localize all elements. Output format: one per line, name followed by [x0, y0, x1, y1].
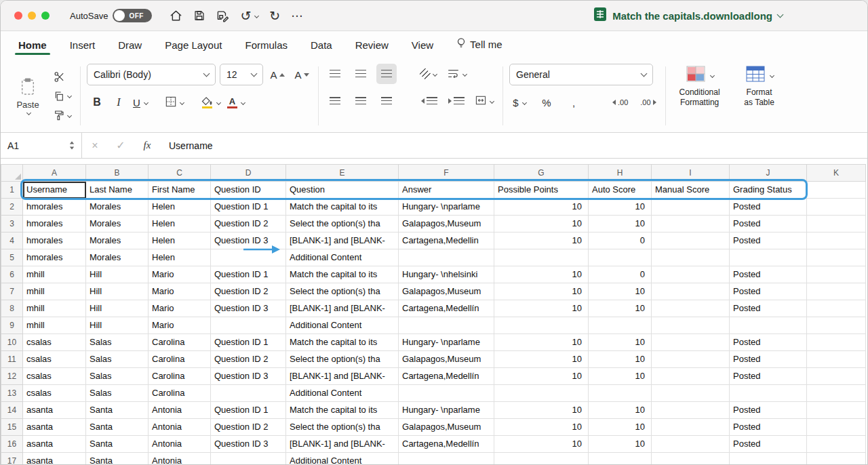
cell-A10[interactable]: csalas — [23, 334, 86, 351]
autosave-toggle[interactable]: OFF — [113, 9, 152, 22]
cell-D16[interactable]: Question ID 3 — [211, 436, 286, 453]
cell-B12[interactable]: Salas — [86, 368, 149, 385]
cell-H1[interactable]: Auto Score — [589, 182, 652, 199]
row-header-14[interactable]: 14 — [1, 402, 23, 419]
bottom-align-button[interactable] — [376, 64, 397, 84]
cell-A8[interactable]: mhill — [23, 300, 86, 317]
cell-E11[interactable]: Select the option(s) tha — [286, 351, 399, 368]
tab-insert[interactable]: Insert — [70, 39, 96, 58]
cell-D7[interactable]: Question ID 2 — [211, 283, 286, 300]
column-header-B[interactable]: B — [86, 165, 149, 182]
cell-B15[interactable]: Santa — [86, 419, 149, 436]
cell-E4[interactable]: [BLANK-1] and [BLANK- — [286, 232, 399, 249]
tab-view[interactable]: View — [412, 39, 433, 58]
cell-E7[interactable]: Select the option(s) tha — [286, 283, 399, 300]
decrease-indent-button[interactable] — [418, 91, 440, 111]
cell-B3[interactable]: Morales — [86, 216, 149, 232]
cell-I1[interactable]: Manual Score — [652, 182, 730, 199]
cell-B14[interactable]: Santa — [86, 402, 149, 419]
cell-A14[interactable]: asanta — [23, 402, 86, 419]
zoom-window-button[interactable] — [41, 12, 50, 20]
cell-K11[interactable] — [807, 351, 866, 368]
cell-I15[interactable] — [652, 419, 730, 436]
tab-review[interactable]: Review — [355, 39, 389, 58]
cell-H8[interactable]: 10 — [589, 300, 652, 317]
cell-E3[interactable]: Select the option(s) tha — [286, 216, 399, 232]
cell-A5[interactable]: hmorales — [23, 249, 86, 266]
cell-I12[interactable] — [652, 368, 730, 385]
conditional-formatting-button[interactable]: Conditional Formatting — [672, 64, 728, 128]
paste-button[interactable]: Paste — [9, 64, 47, 128]
cell-I13[interactable] — [652, 385, 730, 402]
cell-H6[interactable]: 0 — [589, 266, 652, 283]
cell-C3[interactable]: Helen — [149, 216, 211, 232]
cell-B2[interactable]: Morales — [86, 199, 149, 216]
cell-D13[interactable] — [211, 385, 286, 402]
increase-font-size-button[interactable]: A — [267, 64, 288, 85]
row-header-9[interactable]: 9 — [1, 317, 23, 334]
cell-K9[interactable] — [807, 317, 866, 334]
cell-A4[interactable]: hmorales — [23, 232, 86, 249]
cell-I3[interactable] — [652, 216, 730, 232]
cell-D15[interactable]: Question ID 2 — [211, 419, 286, 436]
cell-G4[interactable]: 10 — [494, 232, 589, 249]
borders-button[interactable] — [163, 92, 186, 113]
orientation-button[interactable] — [418, 64, 439, 84]
cell-G1[interactable]: Possible Points — [494, 182, 589, 199]
close-window-button[interactable] — [14, 12, 22, 20]
cell-G3[interactable]: 10 — [494, 216, 589, 232]
cell-J9[interactable] — [730, 317, 807, 334]
cell-C15[interactable]: Antonia — [149, 419, 211, 436]
redo-button[interactable]: ↻ — [269, 9, 280, 22]
cell-C1[interactable]: First Name — [149, 182, 211, 199]
cell-I9[interactable] — [652, 317, 730, 334]
cell-C13[interactable]: Carolina — [149, 385, 211, 402]
column-header-F[interactable]: F — [399, 165, 494, 182]
autosave-control[interactable]: AutoSave OFF — [70, 9, 152, 22]
save-as-icon[interactable] — [216, 9, 229, 22]
tab-tell-me[interactable]: Tell me — [456, 37, 502, 58]
top-align-button[interactable] — [325, 64, 345, 84]
cell-E1[interactable]: Question — [286, 182, 399, 199]
cell-C5[interactable]: Helen — [149, 249, 211, 266]
cell-I10[interactable] — [652, 334, 730, 351]
cell-I8[interactable] — [652, 300, 730, 317]
bold-button[interactable]: B — [87, 92, 107, 113]
align-right-button[interactable] — [376, 91, 397, 111]
cell-J6[interactable]: Posted — [730, 266, 807, 283]
cell-E12[interactable]: [BLANK-1] and [BLANK- — [286, 368, 399, 385]
cell-F17[interactable] — [399, 453, 494, 465]
cell-B4[interactable]: Morales — [86, 232, 149, 249]
cell-J15[interactable]: Posted — [730, 419, 807, 436]
cell-J2[interactable]: Posted — [730, 199, 807, 216]
cell-G12[interactable]: 10 — [494, 368, 589, 385]
cell-H15[interactable]: 10 — [589, 419, 652, 436]
cell-H14[interactable]: 10 — [589, 402, 652, 419]
cell-B1[interactable]: Last Name — [86, 182, 149, 199]
cell-J4[interactable]: Posted — [730, 232, 807, 249]
cell-D1[interactable]: Question ID — [211, 182, 286, 199]
cell-I16[interactable] — [652, 436, 730, 453]
cell-J13[interactable] — [730, 385, 807, 402]
cell-I7[interactable] — [652, 283, 730, 300]
cell-B8[interactable]: Hill — [86, 300, 149, 317]
tab-data[interactable]: Data — [311, 39, 332, 58]
formula-input[interactable]: Username — [161, 133, 867, 158]
cell-E15[interactable]: Select the option(s) tha — [286, 419, 399, 436]
font-size-select[interactable]: 12 — [220, 64, 263, 85]
cell-H12[interactable]: 10 — [589, 368, 652, 385]
cell-A17[interactable]: asanta — [23, 453, 86, 465]
cell-K16[interactable] — [807, 436, 866, 453]
cell-K13[interactable] — [807, 385, 866, 402]
cell-E9[interactable]: Additional Content — [286, 317, 399, 334]
cell-D6[interactable]: Question ID 1 — [211, 266, 286, 283]
cell-F13[interactable] — [399, 385, 494, 402]
row-header-12[interactable]: 12 — [1, 368, 23, 385]
cell-K8[interactable] — [807, 300, 866, 317]
increase-decimal-button[interactable]: .00 — [610, 92, 631, 113]
cell-B16[interactable]: Santa — [86, 436, 149, 453]
row-header-7[interactable]: 7 — [1, 283, 23, 300]
increase-indent-button[interactable] — [446, 91, 467, 111]
cell-H16[interactable]: 10 — [589, 436, 652, 453]
row-header-3[interactable]: 3 — [1, 216, 23, 232]
